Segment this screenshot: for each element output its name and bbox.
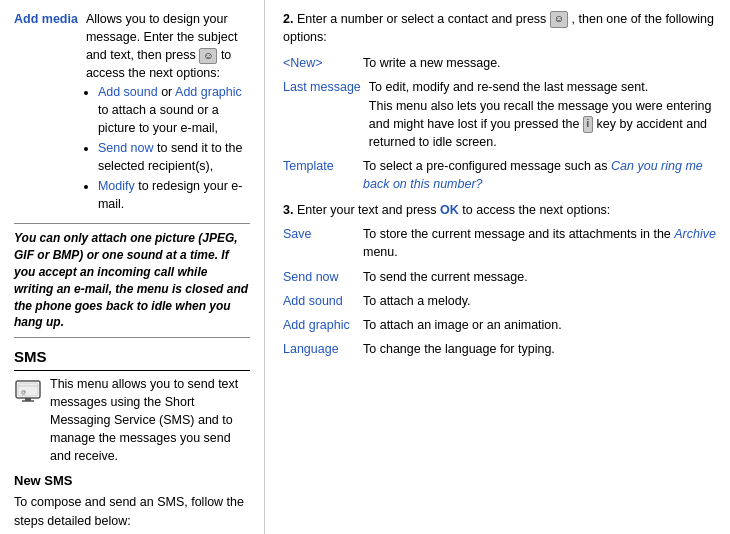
option-template-desc: To select a pre-configured message such …	[363, 157, 716, 193]
option-language-desc: To change the language for typing.	[363, 340, 716, 358]
option-send-now-label: Send now	[283, 268, 355, 286]
nav-icon-1: ☺	[199, 48, 217, 65]
italic-warning: You can only attach one picture (JPEG, G…	[14, 223, 250, 338]
step3-label: 3.	[283, 203, 293, 217]
option-send-now-desc: To send the current message.	[363, 268, 716, 286]
bullet-send-now: Send now to send it to the selected reci…	[98, 139, 250, 175]
option-add-sound-desc: To attach a melody.	[363, 292, 716, 310]
sms-heading: SMS	[14, 346, 250, 371]
option-save-label: Save	[283, 225, 355, 243]
step2-intro: 2. Enter a number or select a contact an…	[283, 10, 716, 46]
option-save: Save To store the current message and it…	[283, 225, 716, 261]
page-wrapper: Add media Allows you to design your mess…	[0, 0, 730, 534]
step3-options-table: Save To store the current message and it…	[283, 225, 716, 358]
step3-then: to access the next options:	[462, 203, 610, 217]
step2-label: 2.	[283, 12, 293, 26]
step3-text: Enter your text and press	[297, 203, 437, 217]
option-add-sound-label: Add sound	[283, 292, 355, 310]
option-template: Template To select a pre-configured mess…	[283, 157, 716, 193]
option-last-message: Last message To edit, modify and re-send…	[283, 78, 716, 151]
add-sound-link: Add sound	[98, 85, 158, 99]
option-new-label: <New>	[283, 54, 355, 72]
right-column: 2. Enter a number or select a contact an…	[265, 0, 730, 534]
step2-enter: Enter a number or select a contact and p…	[297, 12, 546, 26]
bullet-modify: Modify to redesign your e-mail.	[98, 177, 250, 213]
nav-icon-3: ☺	[550, 11, 568, 28]
option-add-graphic: Add graphic To attach an image or an ani…	[283, 316, 716, 334]
option-language: Language To change the language for typi…	[283, 340, 716, 358]
modify-link: Modify	[98, 179, 135, 193]
new-sms-heading: New SMS	[14, 472, 250, 491]
option-add-graphic-desc: To attach an image or an animation.	[363, 316, 716, 334]
sms-icon-row: @ This menu allows you to send text mess…	[14, 375, 250, 466]
add-media-bullets: Add sound or Add graphic to attach a sou…	[98, 83, 250, 214]
add-media-content: Allows you to design your message. Enter…	[86, 10, 250, 215]
add-graphic-link: Add graphic	[175, 85, 242, 99]
add-media-label: Add media	[14, 10, 78, 215]
sms-icon: @	[14, 377, 42, 405]
option-new: <New> To write a new message.	[283, 54, 716, 72]
left-column: Add media Allows you to design your mess…	[0, 0, 265, 534]
option-new-desc: To write a new message.	[363, 54, 716, 72]
bullet-attach-text: to attach a sound or a picture to your e…	[98, 103, 219, 135]
option-language-label: Language	[283, 340, 355, 358]
bullet-add-sound-graphic: Add sound or Add graphic to attach a sou…	[98, 83, 250, 137]
option-add-graphic-label: Add graphic	[283, 316, 355, 334]
key-icon: i	[583, 116, 593, 133]
option-save-desc: To store the current message and its att…	[363, 225, 716, 261]
sms-body: This menu allows you to send text messag…	[50, 375, 250, 466]
send-now-link: Send now	[98, 141, 154, 155]
step2-options-table: <New> To write a new message. Last messa…	[283, 54, 716, 193]
option-last-message-label: Last message	[283, 78, 361, 96]
template-example-link: Can you ring me back on this number?	[363, 159, 703, 191]
new-sms-intro: To compose and send an SMS, follow the s…	[14, 493, 250, 529]
add-media-section: Add media Allows you to design your mess…	[14, 10, 250, 215]
option-add-sound: Add sound To attach a melody.	[283, 292, 716, 310]
option-template-label: Template	[283, 157, 355, 175]
archive-link: Archive	[674, 227, 716, 241]
option-send-now: Send now To send the current message.	[283, 268, 716, 286]
step3-ok-link: OK	[440, 203, 459, 217]
bullet-or: or	[161, 85, 175, 99]
content-area: Add media Allows you to design your mess…	[0, 0, 730, 534]
option-last-message-desc: To edit, modify and re-send the last mes…	[369, 78, 716, 151]
svg-text:@: @	[21, 389, 26, 395]
step3-intro: 3. Enter your text and press OK to acces…	[283, 201, 716, 219]
